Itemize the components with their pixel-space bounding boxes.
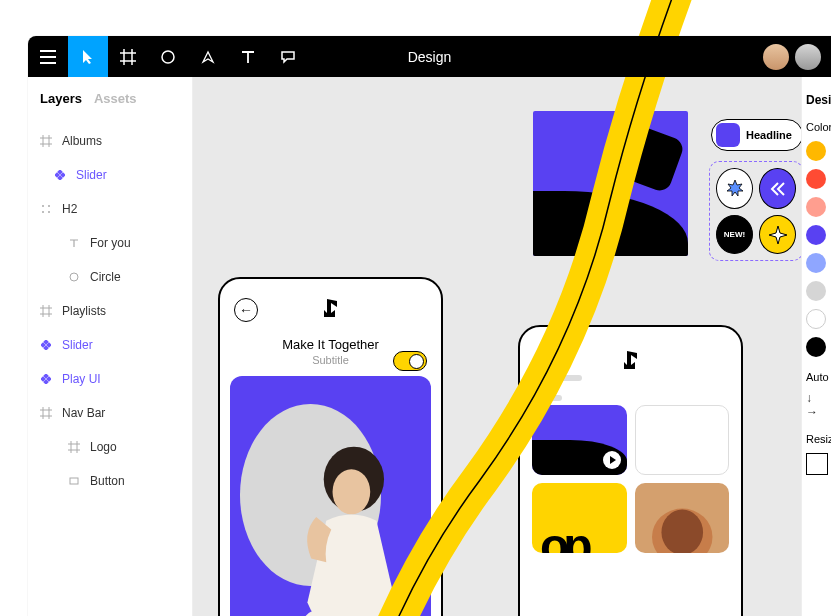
layer-label: Playlists (62, 304, 106, 318)
sticker-rewind-icon[interactable] (759, 168, 796, 209)
svg-point-23 (661, 509, 703, 553)
layer-row[interactable]: Play UI (28, 362, 192, 396)
resize-control[interactable] (806, 453, 828, 475)
dots-icon (40, 203, 52, 215)
album-card[interactable] (635, 483, 730, 553)
album-card[interactable]: op (532, 483, 627, 553)
svg-point-0 (162, 51, 174, 63)
artboard-1[interactable]: ← Make It Together Subtitle (218, 277, 443, 616)
rect-icon (68, 475, 80, 487)
tab-layers[interactable]: Layers (40, 91, 82, 106)
canvas[interactable]: Headline NEW! ← Make It Together Subtitl… (193, 77, 801, 616)
artboard-2[interactable]: ← op (518, 325, 743, 616)
document-title[interactable]: Design (408, 49, 452, 65)
sticker-burst-icon[interactable] (716, 168, 753, 209)
person-illustration (276, 433, 427, 616)
layer-row[interactable]: Playlists (28, 294, 192, 328)
color-swatch[interactable] (806, 141, 826, 161)
color-swatch[interactable] (806, 169, 826, 189)
top-toolbar: Design (28, 36, 831, 77)
layer-label: Slider (62, 338, 93, 352)
layer-row[interactable]: Slider (28, 328, 192, 362)
auto-label: Auto (806, 371, 827, 383)
frame-icon (68, 441, 80, 453)
album-card-empty[interactable] (635, 405, 730, 475)
ellipse-tool[interactable] (148, 36, 188, 77)
sticker-group[interactable]: NEW! (709, 161, 801, 261)
layer-label: Slider (76, 168, 107, 182)
panel-title: Design (806, 93, 827, 107)
color-swatch[interactable] (806, 253, 826, 273)
circle-icon (68, 271, 80, 283)
hero-image[interactable] (230, 376, 431, 616)
track-title: Make It Together (220, 337, 441, 352)
pen-tool[interactable] (188, 36, 228, 77)
sticker-new-badge[interactable]: NEW! (716, 215, 753, 254)
layer-label: Nav Bar (62, 406, 105, 420)
toggle-switch[interactable] (393, 351, 427, 371)
tab-assets[interactable]: Assets (94, 91, 137, 106)
new-label: NEW! (724, 230, 745, 239)
frame-tool[interactable] (108, 36, 148, 77)
headline-label: Headline (746, 129, 792, 141)
component-icon (54, 169, 66, 181)
layer-label: H2 (62, 202, 77, 216)
svg-point-9 (70, 273, 78, 281)
play-icon[interactable] (603, 451, 621, 469)
color-swatch[interactable] (806, 197, 826, 217)
component-icon (40, 373, 52, 385)
headline-component[interactable]: Headline (711, 119, 801, 151)
component-icon (40, 339, 52, 351)
app-window: Design Layers Assets AlbumsSliderH2For y… (28, 36, 831, 616)
comment-tool[interactable] (268, 36, 308, 77)
app-logo-icon (321, 297, 341, 323)
svg-point-6 (48, 205, 50, 207)
svg-point-8 (48, 211, 50, 213)
color-swatch[interactable] (806, 281, 826, 301)
app-logo-icon (621, 349, 641, 375)
user-avatar-2[interactable] (795, 44, 821, 70)
layer-label: Albums (62, 134, 102, 148)
left-sidebar: Layers Assets AlbumsSliderH2For youCircl… (28, 77, 193, 616)
layer-row[interactable]: H2 (28, 192, 192, 226)
colors-label: Colors (806, 121, 827, 133)
layer-label: For you (90, 236, 131, 250)
text-icon (68, 237, 80, 249)
layer-label: Play UI (62, 372, 101, 386)
svg-point-20 (333, 469, 371, 514)
layer-row[interactable]: For you (28, 226, 192, 260)
headline-thumb-icon (716, 123, 740, 147)
album-card[interactable] (532, 405, 627, 475)
back-button[interactable]: ← (534, 350, 558, 374)
user-avatar-1[interactable] (763, 44, 789, 70)
resize-label: Resize (806, 433, 827, 445)
color-swatch[interactable] (806, 337, 826, 357)
layer-row[interactable]: Logo (28, 430, 192, 464)
layer-row[interactable]: Albums (28, 124, 192, 158)
frame-icon (40, 135, 52, 147)
svg-point-7 (42, 211, 44, 213)
select-tool[interactable] (68, 36, 108, 77)
frame-icon (40, 407, 52, 419)
color-swatch[interactable] (806, 309, 826, 329)
svg-rect-18 (70, 478, 78, 484)
layer-row[interactable]: Slider (28, 158, 192, 192)
floating-image[interactable] (533, 111, 688, 256)
layer-label: Logo (90, 440, 117, 454)
svg-point-5 (42, 205, 44, 207)
color-swatch[interactable] (806, 225, 826, 245)
auto-layout-controls[interactable]: ↓ → (806, 391, 827, 419)
back-button[interactable]: ← (234, 298, 258, 322)
sticker-sparkle-icon[interactable] (759, 215, 796, 254)
layer-row[interactable]: Nav Bar (28, 396, 192, 430)
layer-row[interactable]: Button (28, 464, 192, 498)
text-tool[interactable] (228, 36, 268, 77)
frame-icon (40, 305, 52, 317)
right-panel: Design Colors Auto ↓ → Resize (801, 77, 831, 616)
layer-row[interactable]: Circle (28, 260, 192, 294)
layer-label: Button (90, 474, 125, 488)
layer-label: Circle (90, 270, 121, 284)
menu-button[interactable] (28, 36, 68, 77)
